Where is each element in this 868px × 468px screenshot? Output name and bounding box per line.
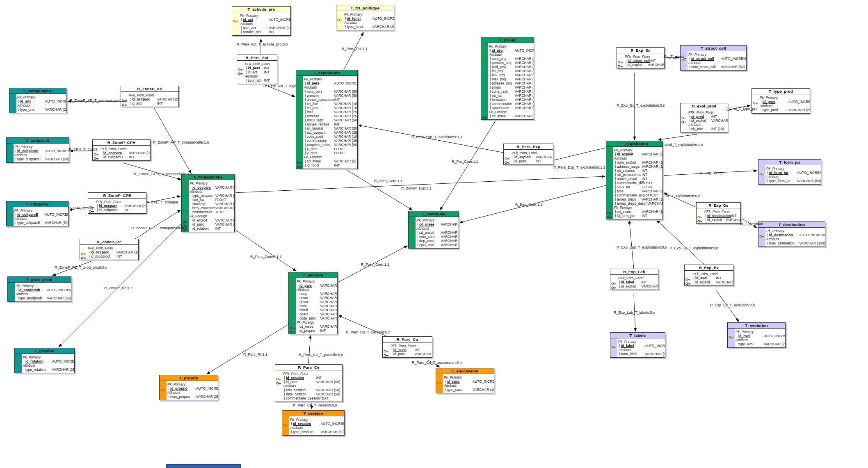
attribute-type: VARCHAR (50) [45, 221, 68, 225]
entity-body: Pk_Primaryid_succAUTO_INCREMENTAttributs… [436, 374, 494, 393]
entity-T_fct_politique[interactable]: T_fct_politique Pk_Primaryid_fonctAUTO_I… [336, 5, 394, 30]
entity-T_destination[interactable]: T_destination Pk_Primaryid_destinationAU… [758, 221, 825, 247]
entity-T_projet[interactable]: T_projet Pk_Primaryid_projAUTO_INCREMENT… [481, 37, 534, 120]
attribute-name: adresse_siege [614, 164, 642, 169]
entity-T_activite_pro[interactable]: T_activite_pro Pk_Primaryid_actAUTO_INCR… [232, 6, 291, 36]
entity-title: T_cession [282, 411, 344, 416]
entity-R_Exp_Lab[interactable]: R_Exp_Lab PFk_Prim_Foreiid_labelINTid_ex… [610, 269, 658, 290]
attribute-type: VARCHAR (50) [334, 126, 357, 130]
entity-T_cultparcH[interactable]: T_cultparcH Pk_Primaryid_cultparcHAUTO_I… [6, 137, 69, 163]
entity-R_Pers_Exp[interactable]: R_Pers_Exp PFk_Prim_Foreiid_exploitVARCH… [503, 144, 553, 165]
section-label: Pk_Primary [489, 44, 533, 48]
entity-R_Pers_Act[interactable]: R_Pers_Act PFk_Prim_Foreiid_persINTid_ac… [237, 55, 277, 84]
attribute-name: id_exploit [512, 155, 535, 159]
relationship-line[interactable] [629, 220, 634, 269]
entity-body: Pk_Primaryid_prodAUTO_INCREMENTAttributs… [752, 94, 810, 113]
entity-body: PFk_Prim_Foreiid_occparcVARCHAR (250)id_… [80, 245, 138, 260]
entity-T_animauxparc[interactable]: T_animauxparc Pk_Primaryid_anxAUTO_INCRE… [9, 88, 66, 113]
entity-R_Exp_Sc[interactable]: R_Exp_Sc PFk_Prim_Foreiid_struct_collINT… [617, 47, 665, 68]
attribute-type: VARCHAR (100) [645, 352, 665, 356]
entity-R_Parc_Ce[interactable]: R_Parc_Ce PFk_Prim_Foreiid_cessionINTid_… [275, 364, 343, 402]
attribute-row: epci_comVARCHAR (50) [416, 243, 458, 247]
entity-T_succession[interactable]: T_succession Pk_Primaryid_succAUTO_INCRE… [436, 368, 494, 393]
relationship-line[interactable] [344, 32, 363, 70]
attribute-type: VARCHAR (10) [642, 197, 662, 201]
attribute-name: ndep [297, 292, 320, 296]
attribute-name: id_proprio [297, 329, 320, 333]
attribute-name: cd_postal [416, 231, 441, 235]
entity-T_form_jur[interactable]: T_form_jur Pk_Primaryid_form_jurAUTO_INC… [758, 159, 821, 185]
entity-attributes: PFk_Prim_Foreiid_exploitVARCHAR (50)id_p… [511, 150, 553, 164]
entity-T_struct_coll[interactable]: T_struct_coll Pk_Primaryid_struct_collAU… [680, 45, 747, 71]
relationship-line[interactable] [123, 163, 181, 180]
relationship-label: R_Parc_Com:1,1 [361, 263, 389, 267]
entity-T_labels[interactable]: T_labels Pk_Primaryid_labelAUTO_INCREMEN… [610, 332, 665, 358]
entity-T_exploitants[interactable]: T_exploitants Pk_Primaryid_persAUTO_INCR… [296, 70, 358, 169]
attribute-name: id_occparc [190, 185, 215, 189]
relationship-line[interactable] [234, 229, 296, 271]
attribute-row: nom_struct_collVARCHAR (50) [688, 65, 745, 69]
attribute-type: INT [334, 98, 340, 102]
entity-attributes: Pk_Primaryid_evolAUTO_INCREMENTAttributs… [735, 329, 785, 347]
entity-title: R_ZoneP_PZ [80, 239, 138, 245]
entity-attributes: Pk_Primaryid_cultparcEAUTO_INCREMENTAttr… [14, 207, 68, 226]
primary-key-icon [183, 185, 188, 192]
entity-T_cession[interactable]: T_cession Pk_Primaryid_cessionAUTO_INCRE… [282, 410, 345, 436]
attribute-row: commentaireVARCHAR (250) [489, 102, 533, 106]
entity-T_zoneparcelle[interactable]: T_zoneparcelle Pk_Primaryid_occparcVARCH… [181, 174, 235, 232]
relationship-line[interactable] [135, 210, 180, 239]
entity-R_Exp_Ds[interactable]: R_Exp_Ds PFk_Prim_Foreiid_destinationINT… [696, 202, 741, 224]
attribute-name: id_pers [245, 66, 264, 70]
entity-T_proprio[interactable]: T_proprio Pk_Primaryid_proprioAUTO_INCRE… [159, 375, 218, 400]
relationship-label: R_Pers_Exp_T_exploitants:1,1 [411, 135, 462, 139]
entity-T_commune[interactable]: T_commune Pk_Primarycd_inseeVARCHAR (5)A… [408, 211, 459, 249]
attribute-name: id_succ [444, 379, 472, 384]
entity-R_ZoneP_CPH[interactable]: R_ZoneP_CPH PFk_Prim_Foreiid_occparcVARC… [92, 139, 151, 161]
er-diagram-canvas[interactable]: T_activite_pro Pk_Primaryid_actAUTO_INCR… [0, 0, 868, 468]
entity-R_Parc_Cu[interactable]: R_Parc_Cu PFk_Prim_Foreiid_succINTid_par… [382, 336, 432, 358]
relationship-line[interactable] [308, 335, 311, 364]
attribute-row: id_succINT [391, 348, 431, 352]
entity-T_cultparcE[interactable]: T_cultparcE Pk_Primaryid_cultparcEAUTO_I… [6, 201, 69, 226]
relationship-line[interactable] [440, 118, 497, 210]
attribute-row: stockageVARCHAR (250) [190, 202, 233, 206]
entity-body: Pk_Primaryid_rotationAUTO_INCREMENTAttri… [15, 354, 74, 373]
relationship-line[interactable] [657, 220, 704, 265]
attribute-type: AUTO_INCREMENT [515, 48, 534, 53]
foreign-key-icon [611, 284, 617, 291]
entity-R_ZoneP_AP[interactable]: R_ZoneP_AP PFk_Prim_Foreiid_occparcVARCH… [121, 86, 179, 107]
entity-title: R_ZoneP_AP [121, 86, 178, 92]
attribute-row: id_destinationINT [704, 214, 740, 218]
entity-attributes: PFk_Prim_Foreiid_labelINTid_exploitVARCH… [617, 275, 658, 290]
entity-R_ZoneP_PZ[interactable]: R_ZoneP_PZ PFk_Prim_Foreiid_occparcVARCH… [80, 239, 139, 260]
entity-T_prod_prodt[interactable]: T_prod_prodt Pk_Primaryid_prodprodtAUTO_… [7, 276, 71, 302]
attribute-type: INT [264, 66, 270, 70]
section-label: Attributs [14, 153, 68, 157]
entity-R_ZoneP_CPE[interactable]: R_ZoneP_CPE PFk_Prim_Foreiid_occparcVARC… [88, 192, 146, 214]
entity-T_parcelle[interactable]: T_parcelle Pk_Primaryid_parcVARCHAR (50)… [288, 272, 338, 334]
attribute-name: commentaire_exploit [614, 193, 649, 197]
attribute-type: VARCHAR (10) [334, 135, 357, 139]
attribute-row: terres_dispoVARCHAR (10) [614, 197, 662, 201]
attribute-name: epci_com [416, 243, 441, 247]
relationship-label: Ds_T_exploitation:0,n [665, 194, 700, 198]
relationship-line[interactable] [550, 147, 610, 161]
entity-T_exploitation[interactable]: T_exploitation Pk_Primaryid_exploitVARCH… [606, 141, 663, 219]
entity-R_Exp_Ev[interactable]: R_Exp_Ev PFk_Prim_Foreiid_evolINTid_expl… [684, 265, 733, 286]
attribute-row: id_proprioAUTO_INCREMENT [167, 386, 217, 390]
relationship-line[interactable] [234, 176, 605, 193]
section-label: Pk_Primary [290, 418, 343, 422]
entity-T_evolution[interactable]: T_evolution Pk_Primaryid_evolAUTO_INCREM… [727, 322, 786, 348]
relationship-label: l_prod_T_type_pro [726, 107, 758, 111]
primary-key-icon [7, 212, 13, 219]
attribute-type: VARCHAR (50) [414, 352, 432, 356]
primary-key-icon [160, 386, 166, 393]
entity-T_type_prod[interactable]: T_type_prod Pk_Primaryid_prodAUTO_INCREM… [752, 88, 810, 114]
entity-T_rotation[interactable]: T_rotation Pk_Primaryid_rotationAUTO_INC… [14, 348, 75, 373]
attribute-row: type_succVARCHAR (100) [444, 388, 493, 392]
attribute-row: nom_labelVARCHAR (100) [618, 352, 664, 356]
attribute-row: id_fonctAUTO_INCREMENT [344, 16, 393, 21]
relationship-label: R_Pers_Exp_T_exploitation:1,1 [553, 165, 605, 169]
relationship-line[interactable] [658, 134, 697, 140]
entity-R_expl_prod[interactable]: R_expl_prod PFk_Prim_Foreiid_prodINTid_e… [680, 103, 728, 132]
